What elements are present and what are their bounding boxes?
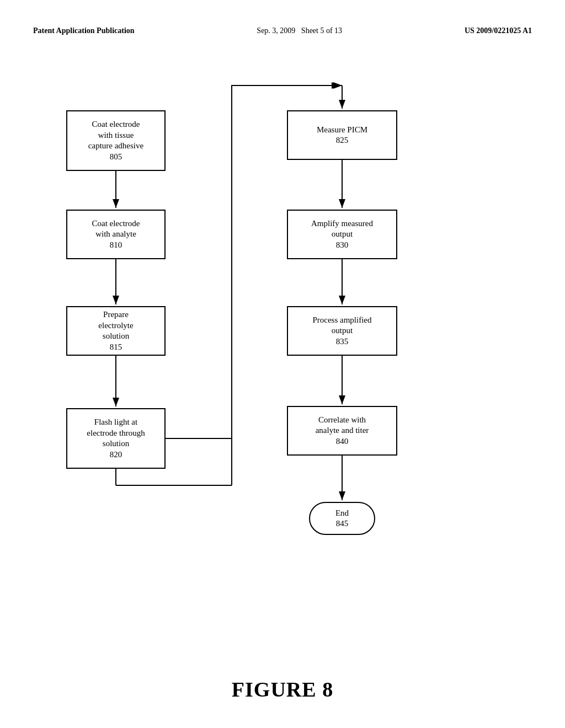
sheet-label: Sheet 5 of 13	[301, 26, 342, 35]
publication-label: Patent Application Publication	[33, 26, 135, 35]
box-845-label: End845	[335, 508, 349, 529]
diagram-area: Coat electrodewith tissuecapture adhesiv…	[44, 77, 521, 629]
box-805-label: Coat electrodewith tissuecapture adhesiv…	[88, 119, 143, 162]
box-830-label: Amplify measuredoutput830	[311, 218, 373, 251]
box-845: End845	[309, 502, 375, 535]
figure-caption: FIGURE 8	[0, 677, 565, 702]
box-840: Correlate withanalyte and titer840	[287, 406, 397, 456]
box-835-label: Process amplifiedoutput835	[312, 315, 371, 347]
box-820: Flash light atelectrode throughsolution8…	[66, 408, 166, 469]
box-815: Prepareelectrolytesolution815	[66, 306, 166, 356]
box-830: Amplify measuredoutput830	[287, 210, 397, 259]
box-825-label: Measure PICM825	[317, 125, 367, 146]
box-835: Process amplifiedoutput835	[287, 306, 397, 356]
patent-number-label: US 2009/0221025 A1	[465, 26, 532, 35]
box-840-label: Correlate withanalyte and titer840	[316, 415, 369, 447]
box-805: Coat electrodewith tissuecapture adhesiv…	[66, 110, 166, 171]
box-810: Coat electrodewith analyte810	[66, 210, 166, 259]
box-810-label: Coat electrodewith analyte810	[92, 218, 140, 251]
box-825: Measure PICM825	[287, 110, 397, 160]
date-label: Sep. 3, 2009	[257, 26, 295, 35]
box-815-label: Prepareelectrolytesolution815	[98, 309, 133, 352]
date-sheet-label: Sep. 3, 2009 Sheet 5 of 13	[257, 26, 342, 35]
box-820-label: Flash light atelectrode throughsolution8…	[87, 417, 145, 460]
